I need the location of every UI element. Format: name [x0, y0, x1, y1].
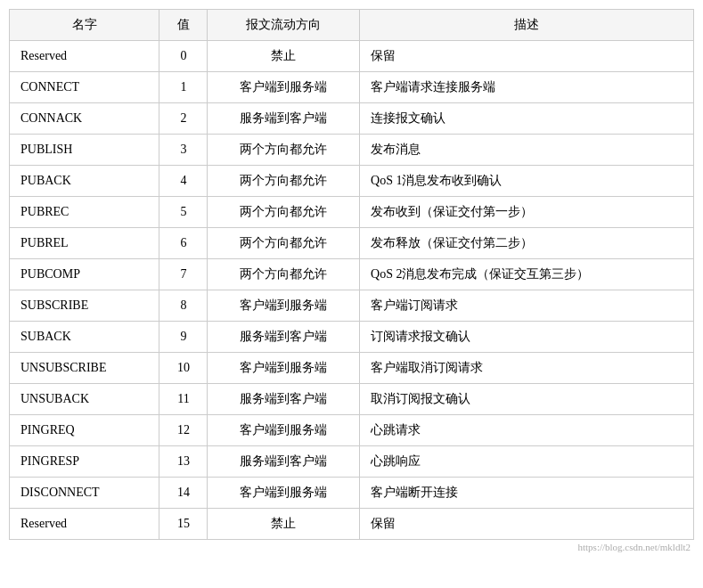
cell-value: 8	[159, 290, 208, 322]
cell-name: PUBLISH	[10, 135, 159, 166]
cell-description: 心跳响应	[360, 446, 694, 478]
cell-name: SUBACK	[10, 322, 159, 353]
table-row: PUBACK4两个方向都允许QoS 1消息发布收到确认	[10, 166, 694, 197]
mqtt-table: 名字 值 报文流动方向 描述 Reserved0禁止保留CONNECT1客户端到…	[9, 9, 694, 540]
header-name: 名字	[10, 10, 159, 41]
cell-direction: 服务端到客户端	[208, 103, 360, 135]
cell-name: CONNACK	[10, 103, 159, 135]
table-body: Reserved0禁止保留CONNECT1客户端到服务端客户端请求连接服务端CO…	[10, 41, 694, 540]
cell-name: Reserved	[10, 41, 159, 72]
cell-description: QoS 1消息发布收到确认	[360, 166, 694, 197]
cell-name: PUBACK	[10, 166, 159, 197]
cell-name: PINGREQ	[10, 415, 159, 446]
table-row: SUBSCRIBE8客户端到服务端客户端订阅请求	[10, 290, 694, 322]
cell-value: 5	[159, 197, 208, 228]
cell-description: 订阅请求报文确认	[360, 322, 694, 353]
cell-direction: 两个方向都允许	[208, 259, 360, 290]
header-description: 描述	[360, 10, 694, 41]
cell-direction: 客户端到服务端	[208, 478, 360, 509]
table-row: UNSUBSCRIBE10客户端到服务端客户端取消订阅请求	[10, 353, 694, 384]
table-row: CONNECT1客户端到服务端客户端请求连接服务端	[10, 72, 694, 103]
cell-direction: 两个方向都允许	[208, 135, 360, 166]
cell-description: 取消订阅报文确认	[360, 384, 694, 415]
table-row: PINGRESP13服务端到客户端心跳响应	[10, 446, 694, 478]
table-row: PUBCOMP7两个方向都允许QoS 2消息发布完成（保证交互第三步）	[10, 259, 694, 290]
cell-direction: 两个方向都允许	[208, 228, 360, 259]
cell-value: 12	[159, 415, 208, 446]
cell-direction: 服务端到客户端	[208, 446, 360, 478]
table-row: DISCONNECT14客户端到服务端客户端断开连接	[10, 478, 694, 509]
cell-value: 15	[159, 509, 208, 540]
cell-name: UNSUBSCRIBE	[10, 353, 159, 384]
cell-value: 2	[159, 103, 208, 135]
cell-description: 发布释放（保证交付第二步）	[360, 228, 694, 259]
watermark: https://blog.csdn.net/mkldlt2	[9, 540, 694, 554]
table-row: SUBACK9服务端到客户端订阅请求报文确认	[10, 322, 694, 353]
table-row: Reserved15禁止保留	[10, 509, 694, 540]
cell-direction: 服务端到客户端	[208, 322, 360, 353]
table-row: PUBREL6两个方向都允许发布释放（保证交付第二步）	[10, 228, 694, 259]
cell-description: 客户端断开连接	[360, 478, 694, 509]
cell-value: 11	[159, 384, 208, 415]
table-row: CONNACK2服务端到客户端连接报文确认	[10, 103, 694, 135]
cell-value: 1	[159, 72, 208, 103]
cell-value: 14	[159, 478, 208, 509]
cell-direction: 两个方向都允许	[208, 166, 360, 197]
cell-direction: 服务端到客户端	[208, 384, 360, 415]
cell-value: 13	[159, 446, 208, 478]
cell-description: 心跳请求	[360, 415, 694, 446]
cell-description: 保留	[360, 41, 694, 72]
cell-value: 6	[159, 228, 208, 259]
cell-description: 连接报文确认	[360, 103, 694, 135]
table-row: PINGREQ12客户端到服务端心跳请求	[10, 415, 694, 446]
cell-name: PUBREL	[10, 228, 159, 259]
cell-description: 客户端取消订阅请求	[360, 353, 694, 384]
header-direction: 报文流动方向	[208, 10, 360, 41]
cell-value: 0	[159, 41, 208, 72]
cell-description: 保留	[360, 509, 694, 540]
cell-name: UNSUBACK	[10, 384, 159, 415]
cell-name: PUBREC	[10, 197, 159, 228]
cell-description: 客户端订阅请求	[360, 290, 694, 322]
cell-name: PINGRESP	[10, 446, 159, 478]
main-container: 名字 值 报文流动方向 描述 Reserved0禁止保留CONNECT1客户端到…	[0, 0, 703, 563]
table-row: PUBLISH3两个方向都允许发布消息	[10, 135, 694, 166]
cell-direction: 禁止	[208, 41, 360, 72]
cell-description: 发布收到（保证交付第一步）	[360, 197, 694, 228]
table-row: PUBREC5两个方向都允许发布收到（保证交付第一步）	[10, 197, 694, 228]
cell-direction: 客户端到服务端	[208, 290, 360, 322]
header-value: 值	[159, 10, 208, 41]
cell-value: 9	[159, 322, 208, 353]
cell-name: SUBSCRIBE	[10, 290, 159, 322]
table-header-row: 名字 值 报文流动方向 描述	[10, 10, 694, 41]
cell-name: CONNECT	[10, 72, 159, 103]
cell-description: 发布消息	[360, 135, 694, 166]
cell-name: Reserved	[10, 509, 159, 540]
cell-name: DISCONNECT	[10, 478, 159, 509]
cell-direction: 禁止	[208, 509, 360, 540]
cell-direction: 两个方向都允许	[208, 197, 360, 228]
cell-value: 10	[159, 353, 208, 384]
cell-value: 3	[159, 135, 208, 166]
cell-name: PUBCOMP	[10, 259, 159, 290]
cell-direction: 客户端到服务端	[208, 72, 360, 103]
cell-description: 客户端请求连接服务端	[360, 72, 694, 103]
cell-value: 7	[159, 259, 208, 290]
cell-direction: 客户端到服务端	[208, 415, 360, 446]
table-row: Reserved0禁止保留	[10, 41, 694, 72]
cell-value: 4	[159, 166, 208, 197]
cell-description: QoS 2消息发布完成（保证交互第三步）	[360, 259, 694, 290]
table-row: UNSUBACK11服务端到客户端取消订阅报文确认	[10, 384, 694, 415]
cell-direction: 客户端到服务端	[208, 353, 360, 384]
